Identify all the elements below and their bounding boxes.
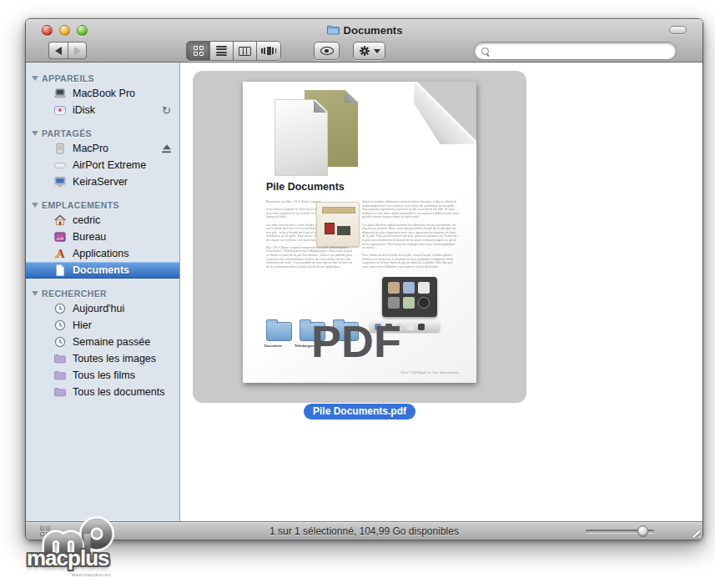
pdf-watermark-text: PDF	[311, 315, 401, 367]
document-icon	[53, 264, 67, 277]
sidebar-item-label: MacBook Pro	[73, 88, 135, 99]
navigation-buttons	[48, 42, 87, 59]
macplus-watermark: macplus www.macplus.net	[23, 510, 165, 587]
search-field[interactable]	[474, 42, 677, 60]
sidebar-item-airport-extreme[interactable]: AirPort Extreme	[26, 157, 179, 173]
sidebar-item-keiraserver[interactable]: KeiraServer	[26, 173, 179, 190]
toolbar-toggle-button[interactable]	[669, 26, 687, 34]
file-name-label[interactable]: Pile Documents.pdf	[304, 404, 415, 420]
selected-file-icon[interactable]: Pile Documents Bienvenue sur Mac OS X Sn…	[193, 71, 526, 403]
section-label: EMPLACEMENTS	[42, 200, 119, 210]
icon-view-button[interactable]	[187, 42, 210, 60]
window-title: Documents	[344, 24, 403, 37]
coverflow-view-button[interactable]	[257, 42, 280, 60]
sidebar-item-label: KeiraServer	[73, 176, 128, 188]
home-icon	[53, 214, 67, 227]
pdf-preview-page: Pile Documents Bienvenue sur Mac OS X Sn…	[243, 82, 476, 383]
back-arrow-icon	[55, 47, 62, 55]
window-header: Documents	[26, 19, 702, 63]
sidebar-item-label: MacPro	[73, 143, 108, 154]
clock-icon	[53, 335, 67, 349]
disclosure-triangle-icon	[32, 131, 38, 136]
icon-size-slider[interactable]	[586, 530, 654, 533]
sidebar-item-tous-les-documents[interactable]: Tous les documents	[26, 384, 179, 400]
display-icon	[53, 175, 67, 188]
sidebar-section-partages[interactable]: PARTAGÉS	[26, 126, 179, 140]
sidebar-item-label: iDisk	[73, 104, 95, 116]
smart-folder-icon	[53, 352, 67, 365]
slider-knob[interactable]	[637, 525, 648, 536]
stack-fan-thumbnail	[316, 202, 360, 247]
sidebar-item-label: Semaine passée	[73, 336, 150, 348]
sidebar-section-emplacements[interactable]: EMPLACEMENTS	[26, 198, 179, 212]
sidebar-item-label: Tous les documents	[73, 386, 164, 398]
sidebar-item-macpro[interactable]: MacPro	[26, 140, 179, 157]
column-view-button[interactable]	[234, 42, 257, 60]
file-label-row: Pile Documents.pdf	[193, 404, 526, 420]
idisk-icon	[53, 103, 67, 117]
chevron-down-icon	[374, 49, 380, 53]
preview-copyright: TM et © 2009 Apple Inc. Tous droits rése…	[400, 371, 460, 374]
gear-icon	[358, 44, 371, 58]
sidebar-item-bureau[interactable]: Bureau	[26, 229, 179, 245]
document-thumbnail-front	[274, 99, 328, 176]
finder-window: Documents	[25, 18, 703, 540]
screenshot-stage: Documents	[0, 0, 715, 588]
sidebar-item-label: Applications	[73, 248, 128, 259]
action-menu-button[interactable]	[353, 42, 385, 60]
applications-icon: A	[53, 247, 67, 260]
titlebar: Documents	[26, 22, 702, 38]
sidebar-item-cedric[interactable]: cedric	[26, 212, 179, 229]
search-input[interactable]	[493, 43, 676, 58]
sidebar-item-label: Documents	[73, 264, 129, 276]
preview-doc-title: Pile Documents	[266, 181, 345, 193]
macplus-url-text: www.macplus.net	[72, 572, 110, 577]
sidebar-item-semaine-passee[interactable]: Semaine passée	[26, 334, 179, 350]
disclosure-triangle-icon	[32, 291, 38, 296]
sidebar-item-hier[interactable]: Hier	[26, 317, 179, 334]
icon-view-icon	[194, 46, 204, 56]
search-icon	[481, 48, 489, 55]
file-browser-area[interactable]: Pile Documents Bienvenue sur Mac OS X Sn…	[180, 63, 702, 521]
section-label: RECHERCHER	[42, 289, 107, 299]
eject-icon[interactable]	[162, 144, 171, 153]
list-view-button[interactable]	[210, 42, 234, 60]
clock-icon	[53, 319, 67, 332]
sidebar-section-appareils[interactable]: APPAREILS	[26, 71, 179, 85]
sidebar-item-label: Toutes les images	[73, 353, 156, 364]
sidebar-item-applications[interactable]: A Applications	[26, 245, 179, 262]
sidebar-item-label: AirPort Extreme	[73, 159, 146, 171]
macplus-brand-text: macplus	[27, 545, 109, 571]
sidebar-item-aujourdhui[interactable]: Aujourd'hui	[26, 300, 179, 317]
section-label: PARTAGÉS	[42, 128, 92, 138]
forward-button[interactable]	[68, 42, 87, 59]
sync-icon[interactable]: ↻	[162, 105, 171, 116]
list-view-icon	[216, 46, 227, 56]
laptop-icon	[53, 87, 67, 100]
disclosure-triangle-icon	[32, 203, 38, 208]
sidebar-item-tous-les-films[interactable]: Tous les films	[26, 367, 179, 384]
disclosure-triangle-icon	[32, 76, 38, 81]
forward-arrow-icon	[74, 47, 81, 55]
view-mode-segmented-control	[186, 41, 281, 61]
sidebar-item-label: cedric	[73, 214, 100, 226]
sidebar-item-label: Tous les films	[73, 369, 135, 381]
stack-grid-thumbnail	[382, 277, 437, 317]
sidebar-section-rechercher[interactable]: RECHERCHER	[26, 286, 179, 300]
window-body: APPAREILS MacBook Pro iDisk ↻	[26, 63, 702, 521]
back-button[interactable]	[48, 42, 68, 59]
quick-look-button[interactable]	[314, 42, 340, 60]
section-label: APPAREILS	[42, 73, 94, 83]
sidebar-item-idisk[interactable]: iDisk ↻	[26, 102, 179, 118]
smart-folder-icon	[53, 385, 67, 399]
sidebar-item-label: Hier	[73, 319, 92, 331]
folder-thumbnail	[266, 322, 292, 341]
coverflow-view-icon	[261, 47, 276, 55]
desktop-icon	[53, 230, 67, 244]
sidebar-item-label: Bureau	[73, 231, 106, 243]
sidebar-item-documents[interactable]: Documents	[26, 262, 179, 279]
sidebar-item-macbook-pro[interactable]: MacBook Pro	[26, 85, 179, 102]
sidebar-item-toutes-les-images[interactable]: Toutes les images	[26, 350, 179, 367]
eye-icon	[320, 47, 334, 55]
smart-folder-icon	[53, 369, 67, 382]
